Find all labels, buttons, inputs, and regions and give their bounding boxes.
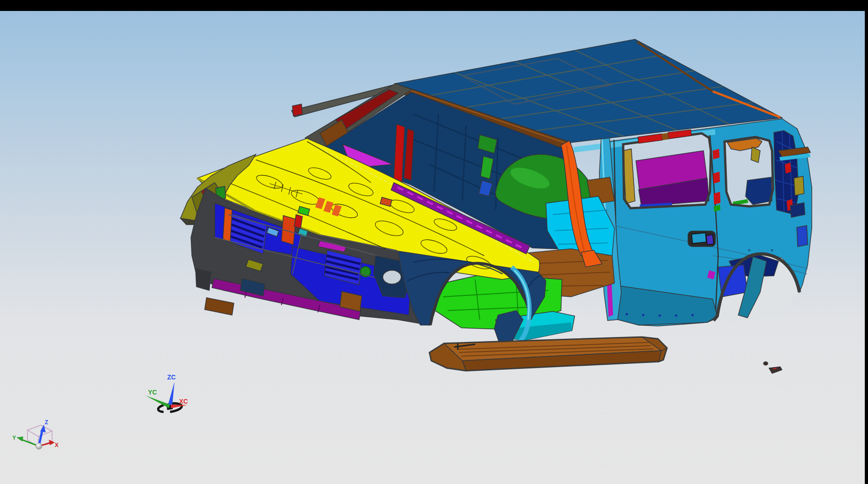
right-black-bar (865, 0, 868, 484)
top-black-bar (0, 0, 868, 11)
wcs-y-axis[interactable] (145, 395, 170, 408)
triad-z-label: Z (45, 419, 48, 426)
triad-y-label: Y (12, 435, 16, 441)
application-window: ZC YC XC Z Y X (0, 0, 868, 484)
brown-bracket-a (205, 298, 234, 315)
apron-hole (383, 270, 401, 284)
header-red-block (292, 104, 302, 116)
taillight-blue-box[interactable] (797, 226, 808, 247)
viewport-3d[interactable]: ZC YC XC Z Y X (0, 11, 865, 484)
car-body-model[interactable] (180, 39, 812, 371)
triad-y-head (16, 437, 23, 442)
orange-accent-a (223, 208, 232, 242)
liftgate-navy-bit (790, 203, 805, 217)
gray-tip-block (196, 268, 211, 290)
wcs-z-axis[interactable] (168, 382, 175, 405)
liftgate-olive-plate (794, 176, 804, 195)
model-canvas[interactable]: ZC YC XC Z Y X (0, 11, 865, 484)
wcs-x-label: XC (179, 398, 188, 405)
absolute-triad: Z Y X (12, 419, 58, 449)
wcs-x-axis[interactable] (171, 405, 187, 408)
wcs-z-label: ZC (167, 374, 176, 381)
triad-x-label: X (55, 442, 58, 448)
wcs-y-label: YC (148, 389, 157, 396)
loose-part-dot[interactable] (763, 362, 768, 365)
triad-origin-sphere (36, 443, 42, 449)
rear-door-window[interactable] (623, 133, 711, 208)
running-board[interactable] (429, 337, 667, 371)
roofrail-brown-bit (662, 133, 669, 140)
loose-parts[interactable] (763, 362, 782, 374)
quarter-navy-sill[interactable] (746, 177, 772, 205)
red-bit-a (294, 215, 302, 228)
loose-part-bracket[interactable] (769, 367, 782, 374)
door-handle[interactable] (688, 231, 715, 247)
quarter-window[interactable] (725, 137, 773, 206)
wcs-triad[interactable]: ZC YC XC (145, 374, 188, 414)
